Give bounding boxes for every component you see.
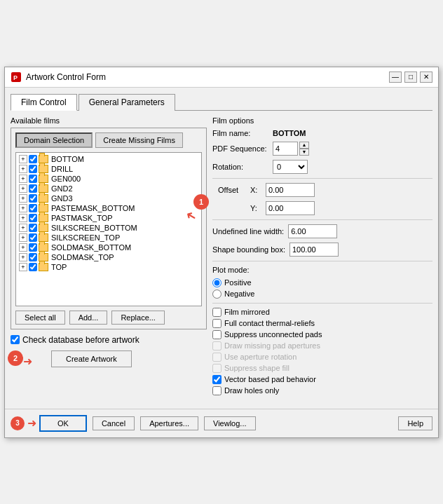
- replace-button[interactable]: Replace...: [111, 311, 165, 325]
- film-name: SILKSCREEN_BOTTOM: [51, 224, 137, 232]
- minimize-button[interactable]: —: [389, 71, 402, 83]
- list-item[interactable]: + GND2: [18, 184, 200, 193]
- film-checkbox[interactable]: [29, 263, 37, 271]
- film-checkbox[interactable]: [29, 224, 37, 232]
- expand-btn[interactable]: +: [19, 204, 27, 212]
- draw-missing-checkbox[interactable]: [212, 341, 222, 350]
- maximize-button[interactable]: □: [404, 71, 417, 83]
- expand-btn[interactable]: +: [19, 263, 27, 271]
- list-item[interactable]: + DRILL: [18, 164, 200, 174]
- film-checkbox[interactable]: [29, 165, 37, 173]
- help-button[interactable]: Help: [398, 416, 432, 430]
- expand-btn[interactable]: +: [19, 155, 27, 163]
- offset-y-label: Y:: [250, 204, 261, 212]
- offset-x-input[interactable]: [266, 183, 315, 197]
- ok-button[interactable]: OK: [39, 415, 87, 432]
- film-checkbox[interactable]: [29, 233, 37, 242]
- draw-holes-checkbox[interactable]: [212, 386, 222, 395]
- suppress-shape-label: Suppress shape fill: [224, 364, 289, 372]
- undefined-line-width-label: Undefined line width:: [212, 227, 284, 236]
- create-missing-films-button[interactable]: Create Missing Films: [95, 132, 183, 148]
- film-name-row: Film name: BOTTOM: [212, 129, 432, 137]
- list-item[interactable]: + SOLDMASK_TOP: [18, 252, 200, 262]
- draw-missing-row: Draw missing pad apertures: [212, 341, 432, 350]
- expand-btn[interactable]: +: [19, 224, 27, 232]
- list-item[interactable]: + PASTMASK_TOP: [18, 213, 200, 223]
- pdf-sequence-spin: ▲ ▼: [273, 142, 309, 156]
- pdf-sequence-input[interactable]: [273, 142, 298, 156]
- film-checkbox[interactable]: [29, 243, 37, 252]
- full-contact-checkbox[interactable]: [212, 319, 222, 328]
- film-checkbox[interactable]: [29, 155, 37, 163]
- rotation-dropdown[interactable]: 0 90 180 270: [273, 160, 308, 174]
- pdf-sequence-down[interactable]: ▼: [299, 149, 309, 156]
- domain-selection-button[interactable]: Domain Selection: [15, 132, 93, 148]
- plot-mode-row: Plot mode:: [212, 266, 432, 274]
- list-item[interactable]: + TOP: [18, 262, 200, 272]
- film-action-buttons: Select all Add... Replace...: [15, 311, 202, 325]
- annotation-2: 2: [8, 350, 23, 366]
- film-checkbox[interactable]: [29, 175, 37, 183]
- create-artwork-button[interactable]: Create Artwork: [51, 350, 132, 367]
- list-item[interactable]: + PASTEMASK_BOTTOM: [18, 203, 200, 213]
- list-item[interactable]: + SILKSCREEN_BOTTOM: [18, 223, 200, 233]
- app-icon: P: [11, 71, 22, 83]
- suppress-unconnected-checkbox[interactable]: [212, 330, 222, 339]
- apertures-button[interactable]: Apertures...: [140, 416, 198, 430]
- expand-btn[interactable]: +: [19, 233, 27, 242]
- available-films-label: Available films: [11, 116, 207, 125]
- tab-film-control[interactable]: Film Control: [11, 94, 77, 111]
- film-checkbox[interactable]: [29, 204, 37, 212]
- film-name: SOLDMASK_TOP: [51, 253, 114, 261]
- cancel-button[interactable]: Cancel: [93, 416, 135, 430]
- draw-holes-row: Draw holes only: [212, 386, 432, 395]
- suppress-shape-checkbox[interactable]: [212, 364, 222, 373]
- plot-mode-positive-radio[interactable]: [212, 278, 222, 287]
- check-db-row: Check database before artwork: [11, 335, 207, 345]
- film-mirrored-checkbox[interactable]: [212, 308, 222, 317]
- suppress-unconnected-label: Suppress unconnected pads: [224, 330, 322, 339]
- expand-btn[interactable]: +: [19, 243, 27, 252]
- expand-btn[interactable]: +: [19, 253, 27, 261]
- undefined-line-width-input[interactable]: [288, 224, 337, 238]
- offset-y-row: Y:: [218, 201, 432, 215]
- offset-y-input[interactable]: [266, 201, 315, 215]
- list-item[interactable]: + SOLDMASK_BOTTOM: [18, 243, 200, 252]
- list-item[interactable]: + BOTTOM: [18, 154, 200, 164]
- plot-mode-negative-label: Negative: [224, 290, 254, 298]
- shape-bounding-box-input[interactable]: [289, 243, 339, 257]
- main-window: P Artwork Control Form — □ ✕ Film Contro…: [4, 67, 439, 438]
- expand-btn[interactable]: +: [19, 165, 27, 173]
- list-item[interactable]: + GEN000: [18, 174, 200, 184]
- check-db-checkbox[interactable]: [11, 335, 20, 344]
- pdf-sequence-up[interactable]: ▲: [299, 142, 309, 149]
- list-item[interactable]: + SILKSCREEN_TOP: [18, 233, 200, 243]
- annotation-1: 1: [193, 194, 209, 210]
- plot-mode-label: Plot mode:: [212, 266, 268, 274]
- film-list[interactable]: + BOTTOM + DRILL: [15, 152, 202, 306]
- add-button[interactable]: Add...: [69, 311, 108, 325]
- arrow-3: ➜: [27, 416, 36, 430]
- offset-label: Offset: [218, 186, 246, 194]
- plot-mode-negative-row: Negative: [212, 290, 432, 299]
- plot-mode-negative-radio[interactable]: [212, 290, 222, 299]
- film-checkbox[interactable]: [29, 184, 37, 193]
- vector-based-checkbox[interactable]: [212, 375, 222, 384]
- viewlog-button[interactable]: Viewlog...: [204, 416, 256, 430]
- select-all-button[interactable]: Select all: [15, 311, 65, 325]
- expand-btn[interactable]: +: [19, 214, 27, 222]
- close-button[interactable]: ✕: [420, 71, 432, 83]
- list-item[interactable]: + GND3: [18, 193, 200, 203]
- expand-btn[interactable]: +: [19, 194, 27, 203]
- film-checkbox[interactable]: [29, 214, 37, 222]
- expand-btn[interactable]: +: [19, 184, 27, 193]
- tab-general-parameters[interactable]: General Parameters: [79, 94, 175, 111]
- titlebar: P Artwork Control Form — □ ✕: [5, 67, 438, 88]
- film-checkbox[interactable]: [29, 194, 37, 203]
- tab-bar: Film Control General Parameters: [11, 93, 432, 111]
- expand-btn[interactable]: +: [19, 175, 27, 183]
- full-contact-row: Full contact thermal-reliefs: [212, 319, 432, 328]
- rotation-row: Rotation: 0 90 180 270: [212, 160, 432, 174]
- use-aperture-checkbox[interactable]: [212, 353, 222, 362]
- film-checkbox[interactable]: [29, 253, 37, 261]
